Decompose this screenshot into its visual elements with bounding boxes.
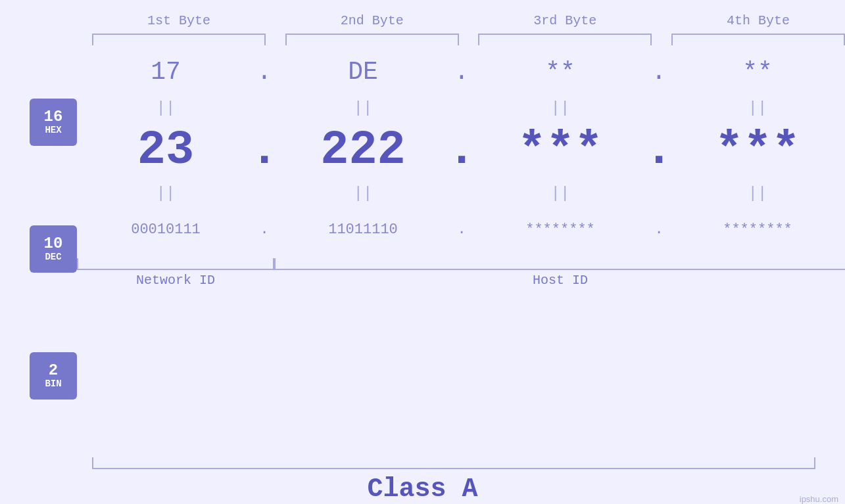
- hex-badge: 16 HEX: [30, 99, 77, 146]
- hex-byte3: **: [471, 58, 649, 86]
- bin-byte4: ********: [669, 221, 845, 238]
- eq2-b3: ||: [471, 185, 649, 202]
- byte3-header: 3rd Byte: [478, 13, 652, 28]
- hex-byte2: DE: [274, 58, 452, 86]
- bracket-byte4: [671, 34, 845, 45]
- labels-column: 16 HEX 10 DEC 2 BIN: [30, 45, 77, 452]
- eq2-b2: ||: [274, 185, 452, 202]
- id-labels-row: Network ID Host ID: [77, 270, 845, 288]
- hex-byte4: **: [669, 58, 845, 86]
- top-brackets: [0, 34, 845, 45]
- bracket-byte2: [285, 34, 459, 45]
- main-container: 1st Byte 2nd Byte 3rd Byte 4th Byte 16 H…: [0, 0, 845, 504]
- network-id-label: Network ID: [77, 270, 274, 288]
- class-row: Class A ipshu.com: [0, 469, 845, 504]
- byte1-header: 1st Byte: [92, 13, 266, 28]
- network-id-bracket: [77, 258, 274, 270]
- bin-dot3: .: [649, 221, 669, 238]
- watermark: ipshu.com: [800, 494, 838, 504]
- bin-byte3: ********: [471, 221, 649, 238]
- main-bracket: [92, 457, 815, 469]
- dec-byte1: 23: [77, 124, 254, 177]
- dec-byte3: ***: [471, 124, 649, 177]
- eq2-b4: ||: [669, 185, 845, 202]
- eq1-b1: ||: [77, 99, 254, 117]
- byte2-header: 2nd Byte: [285, 13, 459, 28]
- dec-byte2: 222: [274, 124, 452, 177]
- data-columns: 17 . DE . ** . **: [77, 45, 845, 452]
- bin-byte1: 00010111: [77, 221, 254, 238]
- bracket-byte3: [478, 34, 652, 45]
- host-id-bracket: [274, 258, 845, 270]
- content-area: 16 HEX 10 DEC 2 BIN 17 .: [0, 45, 845, 452]
- dec-row: 23 . 222 . *** . ***: [77, 118, 845, 183]
- bin-row: 00010111 . 11011110 . ******** .: [77, 203, 845, 256]
- hex-dot2: .: [452, 58, 471, 86]
- hex-byte1: 17: [77, 58, 254, 86]
- bin-byte2: 11011110: [274, 221, 452, 238]
- eq1-b3: ||: [471, 99, 649, 117]
- bottom-brackets: [77, 258, 845, 270]
- hex-dot1: .: [254, 58, 274, 86]
- eq1-b2: ||: [274, 99, 452, 117]
- host-id-label: Host ID: [274, 270, 845, 288]
- main-bracket-row: [0, 457, 845, 469]
- class-label: Class A: [367, 474, 477, 504]
- dec-dot1: .: [254, 124, 274, 177]
- eq2-b1: ||: [77, 185, 254, 202]
- header-row: 1st Byte 2nd Byte 3rd Byte 4th Byte: [0, 0, 845, 28]
- bin-dot1: .: [254, 221, 274, 238]
- dec-badge: 10 DEC: [30, 225, 77, 273]
- dec-byte4: ***: [669, 124, 845, 177]
- bin-badge: 2 BIN: [30, 352, 77, 400]
- dec-dot2: .: [452, 124, 471, 177]
- equals-row-1: || || || ||: [77, 98, 845, 118]
- hex-row: 17 . DE . ** . **: [77, 45, 845, 98]
- hex-dot3: .: [649, 58, 669, 86]
- equals-row-2: || || || ||: [77, 183, 845, 203]
- dec-dot3: .: [649, 124, 669, 177]
- bin-dot2: .: [452, 221, 471, 238]
- byte4-header: 4th Byte: [671, 13, 845, 28]
- eq1-b4: ||: [669, 99, 845, 117]
- bracket-byte1: [92, 34, 266, 45]
